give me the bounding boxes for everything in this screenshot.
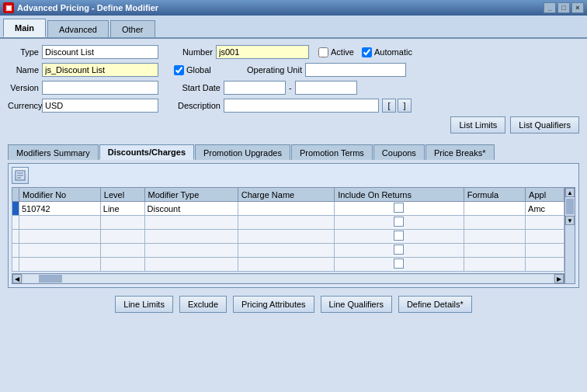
automatic-checkbox-group[interactable]: Automatic (362, 47, 412, 57)
active-checkbox-group[interactable]: Active (318, 47, 354, 57)
bracket-open-button[interactable]: [ (382, 99, 396, 113)
scroll-left-button[interactable]: ◀ (12, 274, 22, 283)
end-date-field[interactable] (295, 81, 357, 95)
line-limits-button[interactable]: Line Limits (115, 296, 173, 313)
global-label: Global (186, 65, 211, 75)
form-row-1: Type Number Active Automatic (8, 45, 579, 59)
currency-field[interactable] (42, 99, 158, 113)
type-label: Type (8, 47, 39, 57)
tab-promotion-terms[interactable]: Promotion Terms (291, 144, 373, 160)
start-date-field[interactable] (224, 81, 286, 95)
col-charge-name: Charge Name (238, 188, 334, 202)
list-qualifiers-button[interactable]: List Qualifiers (510, 116, 579, 134)
table-row[interactable] (12, 216, 564, 230)
scroll-thumb-v[interactable] (566, 199, 574, 214)
main-tab-bar: Main Advanced Other (0, 16, 587, 39)
charge-name-cell[interactable] (238, 202, 334, 216)
include-checkbox[interactable] (394, 231, 404, 241)
operating-unit-field[interactable] (305, 63, 406, 77)
tab-advanced[interactable]: Advanced (47, 20, 109, 37)
form-row-4: Currency Description [ ] (8, 99, 579, 113)
list-limits-button[interactable]: List Limits (450, 116, 505, 134)
date-separator: - (286, 83, 295, 92)
table-panel: Modifier No Level Modifier Type Charge N… (8, 163, 579, 288)
scroll-down-button[interactable]: ▼ (565, 216, 575, 225)
modifier-type-cell[interactable]: Discount (144, 202, 238, 216)
table-toolbar (12, 167, 575, 184)
start-date-label: Start Date (174, 83, 221, 92)
title-bar: ▣ Advanced Pricing - Define Modifier _ □… (0, 0, 587, 16)
list-btn-row: List Limits List Qualifiers (8, 116, 579, 134)
modifier-no-cell[interactable]: 510742 (19, 202, 101, 216)
appl-cell[interactable]: Amc (526, 202, 564, 216)
row-indicator-empty (12, 230, 19, 244)
scroll-thumb[interactable] (39, 275, 62, 283)
close-button[interactable]: × (571, 2, 584, 13)
horizontal-scrollbar[interactable]: ◀ ▶ (12, 273, 564, 284)
version-field[interactable] (42, 81, 158, 95)
table-scroll-area: Modifier No Level Modifier Type Charge N… (12, 187, 564, 284)
minimize-button[interactable]: _ (544, 2, 556, 13)
col-modifier-type: Modifier Type (144, 188, 238, 202)
table-wrapper: Modifier No Level Modifier Type Charge N… (12, 187, 575, 284)
maximize-button[interactable]: □ (557, 2, 570, 13)
pricing-attributes-button[interactable]: Pricing Attributes (233, 296, 314, 313)
inner-tabs-container: Modifiers Summary Discounts/Charges Prom… (8, 144, 579, 160)
line-qualifiers-button[interactable]: Line Qualifiers (321, 296, 392, 313)
bracket-close-button[interactable]: ] (398, 99, 412, 113)
modifiers-table: Modifier No Level Modifier Type Charge N… (12, 187, 564, 272)
col-indicator (12, 188, 19, 202)
col-level: Level (100, 188, 144, 202)
include-cell[interactable] (335, 202, 464, 216)
tab-coupons[interactable]: Coupons (373, 144, 425, 160)
automatic-checkbox[interactable] (362, 47, 372, 57)
name-field[interactable] (42, 63, 158, 77)
table-row[interactable] (12, 244, 564, 258)
window-controls[interactable]: _ □ × (544, 2, 584, 13)
table-row[interactable]: 510742 Line Discount Amc (12, 202, 564, 216)
active-checkbox[interactable] (318, 47, 328, 57)
number-field[interactable] (216, 45, 309, 59)
tab-modifiers-summary[interactable]: Modifiers Summary (8, 144, 99, 160)
edit-icon[interactable] (12, 167, 29, 184)
table-row[interactable] (12, 230, 564, 244)
formula-cell[interactable] (464, 202, 525, 216)
tab-other[interactable]: Other (110, 20, 155, 37)
vertical-scrollbar[interactable]: ▲ ▼ (564, 187, 575, 284)
table-row[interactable] (12, 258, 564, 272)
name-label: Name (8, 65, 39, 75)
scroll-track (23, 275, 553, 283)
automatic-label: Automatic (374, 47, 412, 57)
level-cell[interactable]: Line (100, 202, 144, 216)
row-indicator-empty (12, 244, 19, 258)
global-checkbox[interactable] (174, 65, 184, 75)
tab-discounts-charges[interactable]: Discounts/Charges (99, 144, 194, 160)
include-checkbox[interactable] (394, 217, 404, 227)
include-checkbox[interactable] (394, 203, 404, 213)
number-label: Number (174, 47, 213, 57)
inner-tab-bar: Modifiers Summary Discounts/Charges Prom… (0, 144, 587, 160)
main-panel: Type Number Active Automatic Name Global… (0, 39, 587, 144)
currency-label: Currency (8, 101, 39, 110)
row-active-indicator (12, 202, 19, 216)
include-checkbox[interactable] (394, 258, 404, 269)
exclude-button[interactable]: Exclude (179, 296, 227, 313)
scroll-right-button[interactable]: ▶ (554, 274, 564, 283)
description-label: Description (174, 101, 221, 110)
define-details-button[interactable]: Define Details* (398, 296, 472, 313)
description-field[interactable] (224, 99, 379, 113)
row-indicator-empty (12, 216, 19, 230)
include-checkbox[interactable] (394, 245, 404, 255)
operating-unit-label: Operating Unit (236, 65, 302, 75)
type-field[interactable] (42, 45, 158, 59)
col-formula: Formula (464, 188, 525, 202)
global-checkbox-group[interactable]: Global (174, 65, 228, 75)
col-appl: Appl (526, 188, 564, 202)
tab-price-breaks[interactable]: Price Breaks* (425, 144, 495, 160)
window-title: Advanced Pricing - Define Modifier (17, 3, 544, 12)
table-container: Modifier No Level Modifier Type Charge N… (0, 160, 587, 291)
scroll-up-button[interactable]: ▲ (565, 188, 575, 197)
form-row-3: Version Start Date - (8, 81, 579, 95)
tab-promotion-upgrades[interactable]: Promotion Upgrades (195, 144, 290, 160)
tab-main[interactable]: Main (3, 19, 46, 37)
